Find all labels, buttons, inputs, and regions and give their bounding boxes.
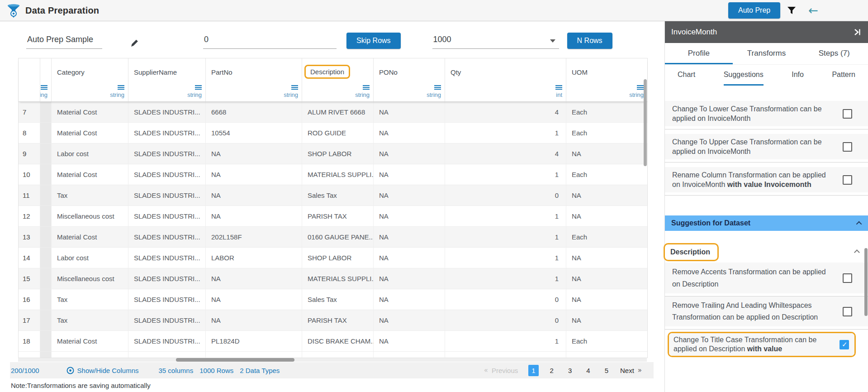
page-5[interactable]: 5 bbox=[602, 365, 612, 376]
cell-uom bbox=[566, 352, 647, 358]
collapse-panel-icon[interactable] bbox=[853, 29, 862, 36]
table-row[interactable]: 10Material CostSLADES INDUSTRI...NAMATER… bbox=[19, 164, 647, 185]
table-row[interactable]: 13Material CostSLADES INDUSTRI...202L158… bbox=[19, 227, 647, 248]
column-header-uom[interactable]: UOM string bbox=[566, 58, 647, 101]
column-menu-icon[interactable] bbox=[363, 85, 370, 86]
page-3[interactable]: 3 bbox=[565, 365, 575, 376]
tab-steps[interactable]: Steps (7) bbox=[800, 43, 868, 64]
column-header-qty[interactable]: Qty int bbox=[445, 58, 566, 101]
table-row[interactable]: 18Material CostSLADES INDUSTRI...PL1824D… bbox=[19, 331, 647, 352]
cell-truncated bbox=[40, 227, 52, 247]
suggestion-checkbox[interactable] bbox=[840, 340, 849, 349]
dataset-name-input[interactable] bbox=[26, 35, 102, 49]
subtab-info[interactable]: Info bbox=[792, 65, 804, 86]
suggestion-checkbox[interactable] bbox=[843, 273, 852, 283]
show-hide-columns[interactable]: Show/Hide Columns bbox=[66, 367, 139, 374]
column-header-suppliername[interactable]: SupplierName string bbox=[128, 58, 206, 101]
tab-transforms[interactable]: Transforms bbox=[733, 43, 801, 64]
table-row[interactable]: 11TaxSLADES INDUSTRI...NASales TaxNA0NA bbox=[19, 185, 647, 206]
truncated-column-header[interactable]: ing bbox=[40, 58, 52, 101]
cell-supplier: SLADES INDUSTRI... bbox=[128, 102, 206, 122]
column-menu-icon[interactable] bbox=[555, 85, 562, 86]
subtab-pattern[interactable]: Pattern bbox=[832, 65, 855, 86]
page-4[interactable]: 4 bbox=[583, 365, 593, 376]
page-2[interactable]: 2 bbox=[547, 365, 557, 376]
cell-description: 0160 GAUGE PANE... bbox=[302, 227, 374, 247]
cell-description: SHOP LABOR bbox=[302, 248, 374, 268]
cell-pono: NA bbox=[374, 268, 445, 289]
skip-rows-input[interactable] bbox=[203, 35, 337, 49]
skip-rows-button[interactable]: Skip Rows bbox=[346, 33, 401, 49]
table-row-partial[interactable]: 19 bbox=[19, 352, 647, 358]
table-row[interactable]: 17TaxSLADES INDUSTRI...NAPARISH TAXNA0NA bbox=[19, 310, 647, 331]
subtab-suggestions[interactable]: Suggestions bbox=[724, 65, 764, 86]
suggestion-remove-accents: Remove Accents Transformation can be app… bbox=[665, 263, 868, 293]
cell-partno: LABOR bbox=[206, 248, 302, 268]
table-row[interactable]: 12Miscellaneous costSLADES INDUSTRI...NA… bbox=[19, 206, 647, 227]
data-preparation-main: Skip Rows 1000 N Rows ing Category bbox=[0, 21, 664, 392]
next-symbol[interactable]: » bbox=[638, 366, 642, 374]
column-header-partno[interactable]: PartNo string bbox=[206, 58, 302, 101]
suggestion-checkbox[interactable] bbox=[843, 109, 852, 119]
edit-pencil-icon[interactable] bbox=[130, 38, 139, 47]
column-header-pono[interactable]: PONo string bbox=[374, 58, 445, 101]
cell-partno: NA bbox=[206, 310, 302, 330]
chevron-up-icon bbox=[856, 221, 862, 227]
cell-truncated bbox=[40, 289, 52, 310]
n-rows-button[interactable]: N Rows bbox=[567, 33, 612, 49]
cell-qty: 1 bbox=[445, 227, 566, 247]
cell-category: Material Cost bbox=[52, 331, 128, 351]
subtab-chart[interactable]: Chart bbox=[678, 65, 695, 86]
dataset-column-section[interactable]: Description bbox=[665, 242, 868, 263]
column-menu-icon[interactable] bbox=[41, 85, 47, 86]
column-menu-icon[interactable] bbox=[637, 85, 644, 86]
previous-button[interactable]: Previous bbox=[492, 367, 518, 374]
n-rows-select[interactable]: 1000 bbox=[432, 35, 559, 49]
cell-truncated bbox=[40, 164, 52, 185]
horizontal-scrollbar[interactable] bbox=[176, 358, 294, 362]
cell-uom: NA bbox=[566, 206, 647, 226]
cell-partno: 10554 bbox=[206, 123, 302, 143]
table-row[interactable]: 16TaxSLADES INDUSTRI...NASales TaxNA0NA bbox=[19, 289, 647, 310]
suggestion-rename-column: Rename Column Transformation can be appl… bbox=[665, 167, 868, 192]
next-button[interactable]: Next bbox=[620, 367, 634, 374]
table-row[interactable]: 8Material CostSLADES INDUSTRI...10554ROD… bbox=[19, 123, 647, 143]
vertical-scrollbar[interactable] bbox=[644, 79, 647, 166]
prev-symbol[interactable]: « bbox=[484, 366, 488, 374]
back-arrow-icon[interactable]: ← bbox=[808, 6, 818, 15]
cell-supplier: SLADES INDUSTRI... bbox=[128, 289, 206, 310]
cell-partno: NA bbox=[206, 268, 302, 289]
suggestion-checkbox[interactable] bbox=[843, 307, 852, 316]
column-menu-icon[interactable] bbox=[291, 85, 298, 86]
column-header-description[interactable]: Description string bbox=[302, 58, 374, 101]
column-menu-icon[interactable] bbox=[434, 85, 441, 86]
cell-uom: NA bbox=[566, 143, 647, 164]
filter-icon[interactable] bbox=[787, 7, 796, 14]
cell-description: PARISH TAX bbox=[302, 206, 374, 226]
cell-description: MATERIALS SUPPLI... bbox=[302, 268, 374, 289]
suggestion-for-dataset-header[interactable]: Suggestion for Dataset bbox=[665, 215, 868, 231]
tab-profile[interactable]: Profile bbox=[665, 43, 733, 64]
cell-row-number: 15 bbox=[19, 268, 40, 289]
cell-qty: 1 bbox=[445, 123, 566, 143]
table-row[interactable]: 7Material CostSLADES INDUSTRI...6668ALUM… bbox=[19, 102, 647, 123]
panel-header: InvoiceMonth bbox=[665, 21, 868, 43]
page-1[interactable]: 1 bbox=[528, 365, 538, 376]
column-header-category[interactable]: Category string bbox=[52, 58, 128, 101]
cell-category: Tax bbox=[52, 310, 128, 330]
table-row[interactable]: 14Labor costSLADES INDUSTRI...LABORSHOP … bbox=[19, 248, 647, 268]
column-menu-icon[interactable] bbox=[118, 85, 124, 86]
cell-uom: NA bbox=[566, 248, 647, 268]
table-row[interactable]: 15Miscellaneous costSLADES INDUSTRI...NA… bbox=[19, 268, 647, 289]
suggestion-checkbox[interactable] bbox=[843, 142, 852, 152]
top-bar: Data Preparation Auto Prep ← bbox=[0, 0, 868, 21]
cell-partno: PL1824D bbox=[206, 331, 302, 351]
table-row[interactable]: 9Labor costSLADES INDUSTRI...NASHOP LABO… bbox=[19, 143, 647, 164]
cell-pono: NA bbox=[374, 164, 445, 185]
column-menu-icon[interactable] bbox=[195, 85, 202, 86]
auto-prep-button[interactable]: Auto Prep bbox=[728, 2, 780, 19]
suggestion-checkbox[interactable] bbox=[843, 175, 852, 185]
divider bbox=[665, 129, 868, 129]
panel-scrollbar[interactable] bbox=[864, 248, 868, 316]
column-type-label: string bbox=[110, 91, 124, 98]
